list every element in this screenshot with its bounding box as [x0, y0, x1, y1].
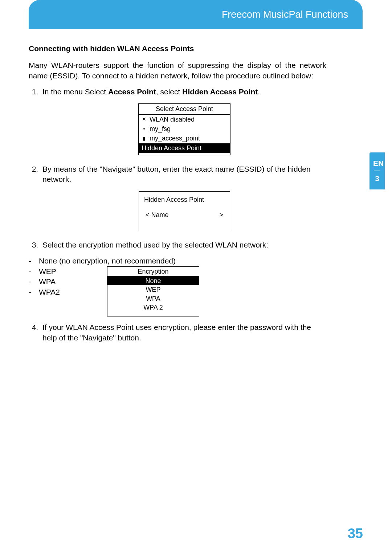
menu2-title: Hidden Access Point	[144, 195, 225, 204]
dot-icon: •	[142, 126, 147, 132]
enc-option-wpa2: WPA2	[29, 287, 60, 297]
step1-bold1: Access Point	[108, 87, 156, 96]
step-1: In the menu Select Access Point, select …	[40, 87, 326, 155]
menu3-title: Encryption	[107, 267, 199, 277]
menu3-item-wep: WEP	[107, 285, 199, 294]
step2-text: By means of the "Navigate" button, enter…	[42, 165, 311, 183]
encryption-options-list-cont: WEP WPA WPA2	[29, 266, 60, 297]
menu-encryption: Encryption None WEP WPA WPA 2	[107, 266, 199, 316]
step1-bold2: Hidden Access Point	[182, 87, 258, 96]
x-icon: ✕	[142, 116, 147, 123]
page-header: Freecom MusicPal Functions	[29, 0, 363, 29]
gt-symbol: >	[219, 210, 223, 219]
step1-prefix: In the menu Select	[42, 87, 108, 96]
menu1-item-my-fsg: • my_fsg	[139, 124, 230, 134]
menu2-name-label: Name	[151, 211, 169, 218]
step1-text: In the menu Select Access Point, select …	[42, 87, 260, 96]
menu2-left: < Name	[146, 210, 169, 219]
menu-hidden-access-point: Hidden Access Point < Name >	[139, 191, 230, 232]
language-label: EN	[373, 159, 381, 168]
menu-select-access-point: Select Access Point ✕ WLAN disabled • my…	[138, 103, 230, 155]
menu1-item-my-access-point: ▮ my_access_point	[139, 134, 230, 143]
chapter-number: 3	[373, 174, 381, 183]
page-content: Connecting with hidden WLAN Access Point…	[29, 44, 326, 349]
steps-list: In the menu Select Access Point, select …	[29, 87, 326, 250]
step3-text: Select the encryption method used by the…	[42, 241, 268, 249]
encryption-row: WEP WPA WPA2 Encryption None WEP WPA WPA…	[29, 266, 326, 316]
intro-paragraph: Many WLAN-routers support the function o…	[29, 60, 326, 81]
page-title: Freecom MusicPal Functions	[222, 9, 348, 20]
menu1-title: Select Access Point	[139, 104, 230, 114]
steps-list-cont: If your WLAN Access Point uses encryptio…	[29, 322, 326, 343]
enc-option-wpa: WPA	[29, 277, 60, 287]
menu1-item-label: WLAN disabled	[150, 115, 195, 124]
menu1-selected-label: Hidden Access Point	[142, 144, 201, 152]
menu1-spacer	[139, 153, 230, 155]
enc-option-wep: WEP	[29, 266, 60, 277]
menu1-item-hidden-access-point: Hidden Access Point	[139, 143, 230, 153]
tab-divider	[374, 171, 380, 171]
step-2: By means of the "Navigate" button, enter…	[40, 164, 326, 231]
signal-icon: ▮	[142, 135, 147, 142]
encryption-options-list: None (no encryption, not recommended)	[29, 256, 326, 266]
select-access-point-figure: Select Access Point ✕ WLAN disabled • my…	[42, 103, 326, 155]
page-number: 35	[348, 526, 363, 541]
hidden-access-point-figure: Hidden Access Point < Name >	[42, 191, 326, 232]
step-4: If your WLAN Access Point uses encryptio…	[40, 322, 326, 343]
language-chapter-tab: EN 3	[369, 152, 385, 189]
step4-text: If your WLAN Access Point uses encryptio…	[42, 323, 311, 342]
menu3-item-wpa2: WPA 2	[107, 303, 199, 312]
enc-option-none: None (no encryption, not recommended)	[29, 256, 326, 266]
step1-suffix: .	[258, 87, 260, 96]
section-heading: Connecting with hidden WLAN Access Point…	[29, 44, 326, 54]
menu1-item-wlan-disabled: ✕ WLAN disabled	[139, 115, 230, 124]
lt-symbol: <	[146, 211, 150, 218]
menu3-item-none: None	[107, 277, 199, 285]
step1-mid: , select	[156, 87, 182, 96]
menu2-name-row: < Name >	[144, 210, 225, 219]
menu3-spacer	[107, 312, 199, 316]
step-3: Select the encryption method used by the…	[40, 240, 326, 250]
encryption-figure: Encryption None WEP WPA WPA 2	[107, 266, 199, 316]
menu1-item-label: my_fsg	[150, 124, 171, 133]
menu1-item-label: my_access_point	[150, 134, 200, 143]
menu3-item-wpa: WPA	[107, 294, 199, 303]
